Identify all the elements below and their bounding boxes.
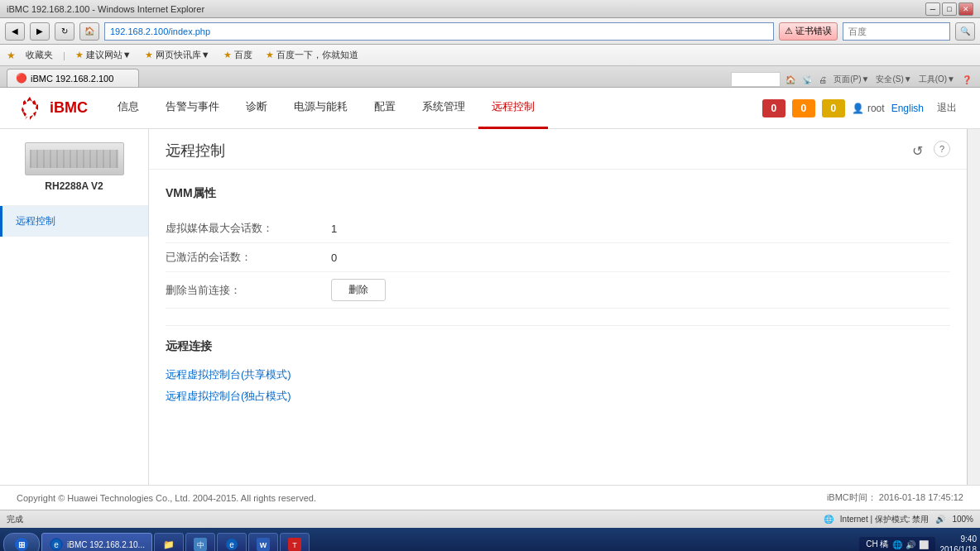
fav-item-2[interactable]: ★ 网页快讯库▼ — [142, 47, 214, 63]
fav-star-icon-1: ★ — [75, 50, 84, 60]
alert-badge-yellow[interactable]: 0 — [822, 99, 845, 117]
nav-remote[interactable]: 远程控制 — [478, 88, 548, 129]
start-button[interactable]: ⊞ — [3, 533, 40, 551]
content-area: 远程控制 ↺ ? VMM属性 虚拟媒体最大会话数： 1 已激活的会话数： 0 — [149, 129, 967, 485]
tab-rss-icon[interactable]: 📡 — [800, 74, 814, 86]
sidebar: RH2288A V2 远程控制 — [0, 129, 149, 485]
nav-config[interactable]: 配置 — [361, 88, 409, 129]
clock-time: 9:40 — [940, 534, 978, 544]
delete-connection-button[interactable]: 删除 — [331, 279, 386, 301]
content-header: 远程控制 ↺ ? — [149, 129, 967, 170]
system-tray: CH 橘 🌐 🔊 ⬜ — [859, 537, 934, 551]
alert-badge-orange[interactable]: 0 — [792, 99, 815, 117]
browser-title: iBMC 192.168.2.100 - Windows Internet Ex… — [7, 4, 204, 14]
tab-home-icon[interactable]: 🏠 — [784, 74, 797, 86]
minimize-button[interactable]: ─ — [925, 2, 940, 16]
maximize-button[interactable]: □ — [942, 2, 957, 16]
tray-lang: CH 橘 — [866, 539, 888, 550]
refresh-button[interactable]: ↻ — [55, 22, 74, 41]
taskbar-item-other[interactable]: T — [280, 533, 310, 551]
ie-zoom-text: 100% — [952, 515, 973, 524]
ie-status-text: 完成 — [7, 514, 23, 525]
tab-tools-button[interactable]: 工具(O)▼ — [917, 72, 957, 87]
window-controls: ─ □ ✕ — [925, 2, 973, 16]
tab-safety-button[interactable]: 安全(S)▼ — [874, 72, 913, 87]
favorites-bar: ★ 收藏夹 | ★ 建议网站▼ ★ 网页快讯库▼ ★ 百度 ★ 百度一下，你就知… — [0, 45, 980, 66]
tab-tools: 🏠 📡 🖨 页面(P)▼ 安全(S)▼ 工具(O)▼ ❓ — [726, 72, 973, 87]
tab-search-input[interactable] — [731, 72, 781, 87]
taskbar-item-chinese[interactable]: 中 — [185, 533, 215, 551]
tray-network-icon: 🌐 — [892, 540, 902, 549]
nav-sysmanage[interactable]: 系统管理 — [409, 88, 478, 129]
fav-star-icon-3: ★ — [223, 50, 232, 60]
logout-button[interactable]: 退出 — [930, 98, 963, 118]
windows-logo-icon: ⊞ — [14, 537, 29, 551]
nav-alerts[interactable]: 告警与事件 — [152, 88, 233, 129]
close-button[interactable]: ✕ — [958, 2, 973, 16]
server-name: RH2288A V2 — [45, 180, 103, 192]
scrollbar-track[interactable] — [967, 129, 980, 485]
favorites-star-icon: ★ — [7, 50, 16, 61]
user-info[interactable]: 👤 root English — [852, 103, 924, 114]
svg-text:T: T — [292, 541, 297, 549]
content-body: VMM属性 虚拟媒体最大会话数： 1 已激活的会话数： 0 删除当前连接： 删除… — [149, 170, 967, 427]
server-image — [25, 142, 124, 175]
home-button[interactable]: 🏠 — [79, 22, 99, 41]
ie-sound-icon: 🔊 — [935, 515, 945, 524]
taskbar-item-folder[interactable]: 📁 — [154, 533, 184, 551]
back-button[interactable]: ◀ — [5, 22, 25, 41]
clock-date: 2016/1/18 — [940, 544, 978, 551]
header-right: 0 0 0 👤 root English 退出 — [762, 98, 963, 118]
refresh-icon-button[interactable]: ↺ — [907, 141, 927, 161]
user-icon: 👤 — [852, 103, 864, 114]
forward-button[interactable]: ▶ — [30, 22, 50, 41]
search-button[interactable]: 🔍 — [955, 22, 975, 41]
tab-bar: 🔴 iBMC 192.168.2.100 🏠 📡 🖨 页面(P)▼ 安全(S)▼… — [0, 66, 980, 88]
shared-console-link[interactable]: 远程虚拟控制台(共享模式) — [166, 367, 950, 382]
tray-battery-icon: ⬜ — [919, 540, 929, 549]
taskbar-right: CH 橘 🌐 🔊 ⬜ 9:40 2016/1/18 — [859, 534, 977, 551]
windows-taskbar: ⊞ e iBMC 192.168.2.10... 📁 中 e W T CH 橘 — [0, 528, 980, 551]
form-row-max-sessions: 虚拟媒体最大会话数： 1 — [166, 214, 950, 243]
taskbar-item-word[interactable]: W — [248, 533, 278, 551]
fav-item-1[interactable]: ★ 建议网站▼ — [72, 47, 135, 63]
fav-item-3[interactable]: ★ 百度 — [220, 47, 256, 63]
taskbar-item-ie2[interactable]: e — [217, 533, 247, 551]
taskbar-item-ie[interactable]: e iBMC 192.168.2.10... — [41, 533, 152, 551]
nav-power[interactable]: 电源与能耗 — [281, 88, 361, 129]
ibmc-header: iBMC 信息 告警与事件 诊断 电源与能耗 配置 系统管理 远程控制 0 0 … — [0, 88, 980, 129]
app-body: RH2288A V2 远程控制 远程控制 ↺ ? VMM属性 虚拟媒体最大会话数… — [0, 129, 980, 485]
search-input[interactable] — [843, 22, 950, 41]
tab-help-button[interactable]: ❓ — [960, 74, 973, 86]
system-clock[interactable]: 9:40 2016/1/18 — [940, 534, 978, 551]
section-divider — [166, 325, 950, 326]
alert-badge-red[interactable]: 0 — [762, 99, 785, 117]
huawei-logo-icon — [17, 95, 43, 122]
address-input[interactable] — [104, 22, 774, 41]
fav-item-4[interactable]: ★ 百度一下，你就知道 — [262, 47, 362, 63]
cert-error-button[interactable]: ⚠ 证书错误 — [779, 22, 838, 41]
language-selector[interactable]: English — [891, 103, 924, 114]
nav-diagnose[interactable]: 诊断 — [233, 88, 281, 129]
other-app-icon: T — [287, 537, 302, 551]
tab-page-button[interactable]: 页面(P)▼ — [832, 72, 871, 87]
cert-icon: ⚠ — [785, 26, 793, 36]
help-icon-button[interactable]: ? — [934, 141, 950, 157]
svg-text:e: e — [54, 540, 59, 549]
sidebar-remote-control[interactable]: 远程控制 — [0, 206, 148, 237]
tab-print-icon[interactable]: 🖨 — [817, 74, 829, 86]
active-sessions-value: 0 — [331, 252, 337, 264]
favorites-label[interactable]: 收藏夹 — [22, 47, 56, 63]
active-sessions-label: 已激活的会话数： — [166, 250, 331, 265]
ie-taskbar-icon: e — [49, 537, 64, 551]
ibmc-title-text: iBMC — [50, 99, 88, 117]
max-sessions-label: 虚拟媒体最大会话数： — [166, 221, 331, 236]
svg-text:W: W — [260, 541, 267, 549]
svg-text:中: 中 — [196, 541, 204, 549]
ibmc-time: iBMC时间： 2016-01-18 17:45:12 — [827, 491, 963, 504]
ie-zone-icon: 🌐 — [824, 515, 833, 524]
nav-info[interactable]: 信息 — [104, 88, 152, 129]
active-tab[interactable]: 🔴 iBMC 192.168.2.100 — [7, 69, 139, 87]
exclusive-console-link[interactable]: 远程虚拟控制台(独占模式) — [166, 389, 950, 404]
form-row-active-sessions: 已激活的会话数： 0 — [166, 243, 950, 272]
